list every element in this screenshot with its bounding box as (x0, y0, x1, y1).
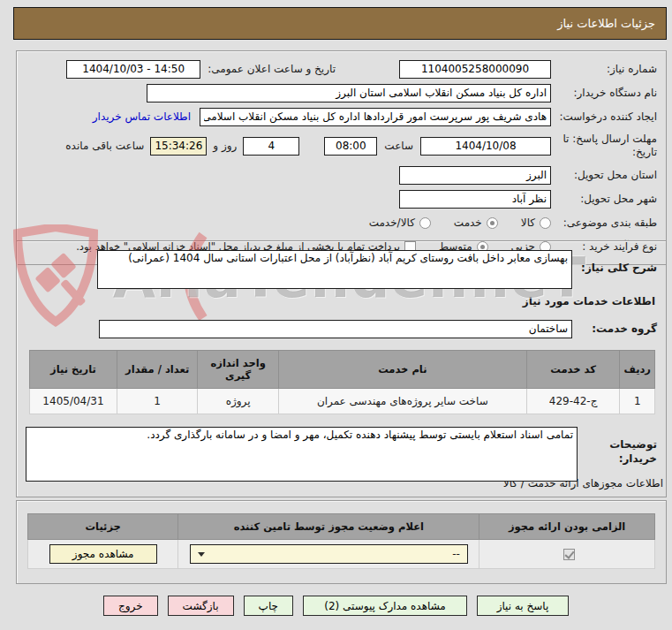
buyer-contact-link[interactable]: اطلاعات تماس خریدار (93, 110, 191, 123)
service-group-row: گروه خدمت: (26, 319, 657, 338)
col-row-index: ردیف (620, 351, 655, 389)
cell-service-name: ساخت سایر پروژه‌های مهندسی عمران (278, 389, 526, 414)
announce-label: تاریخ و ساعت اعلان عمومی: (208, 63, 336, 76)
view-license-button[interactable]: مشاهده مجوز (49, 544, 157, 564)
back-button[interactable]: بازگشت (168, 596, 234, 616)
classification-option-goods-service[interactable]: کالا/خدمت (369, 216, 431, 229)
buyer-notes-row: توضیحات خریدار: تمامی اسناد استعلام بایس… (26, 427, 657, 482)
deadline-row: مهلت ارسال پاسخ: تا تاریخ: ساعت روز و سا… (26, 131, 657, 161)
col-license-required: الزامی بودن ارائه مجوز (479, 514, 655, 540)
licenses-table: الزامی بودن ارائه مجوز اعلام وضعیت مجوز … (27, 513, 655, 569)
service-group-field[interactable] (99, 320, 572, 338)
need-desc-row: شرح کلی نیاز: بهسازی معابر داخل بافت روس… (26, 250, 657, 289)
col-need-date: تاریخ نیاز (30, 351, 117, 389)
city-row: شهر محل تحویل: (26, 189, 657, 209)
col-license-details: جزئیات (28, 514, 178, 540)
buyer-org-field[interactable] (147, 84, 551, 102)
buyer-org-label: نام دستگاه خریدار: (551, 87, 657, 100)
col-service-name: نام خدمت (278, 351, 526, 389)
deadline-time-field[interactable] (324, 137, 377, 156)
cell-unit: پروژه (198, 389, 279, 414)
chevron-down-icon (198, 552, 205, 557)
province-label: استان محل تحویل: (551, 169, 657, 182)
license-status-value: -- (452, 548, 460, 560)
need-details-page: { "header": { "title": "جزئیات اطلاعات ن… (0, 0, 672, 630)
license-table-row: -- مشاهده مجوز (28, 540, 655, 569)
need-number-row: شماره نیاز: تاریخ و ساعت اعلان عمومی: (26, 59, 657, 79)
cell-row-index: 1 (620, 389, 655, 414)
answer-need-button[interactable]: پاسخ به نیاز (477, 596, 569, 616)
remaining-days-label: روز و (213, 140, 237, 152)
remaining-suffix-label: ساعت باقی مانده (65, 140, 144, 152)
services-table-header-row: ردیف کد خدمت نام خدمت واحد اندازه گیری ت… (30, 351, 655, 389)
view-attachments-button[interactable]: مشاهده مدارک پیوستی (2) (303, 596, 467, 616)
classification-label: طبقه بندی موضوعی: (551, 216, 657, 230)
need-number-field[interactable] (399, 60, 551, 79)
services-table: ردیف کد خدمت نام خدمت واحد اندازه گیری ت… (29, 350, 655, 414)
cell-service-code: ج-42-429 (526, 389, 620, 414)
cell-license-details: مشاهده مجوز (28, 540, 178, 569)
city-field[interactable] (399, 190, 551, 209)
col-license-status: اعلام وضعیت مجوز توسط تامین کننده (178, 514, 479, 540)
buyer-notes-label: توضیحات خریدار: (578, 427, 657, 466)
footer-button-bar: پاسخ به نیاز مشاهده مدارک پیوستی (2) چاپ… (0, 596, 672, 616)
buyer-notes-textarea[interactable]: تمامی اسناد استعلام بایستی توسط پیشنهاد … (26, 427, 578, 482)
page-title-bar: جزئیات اطلاعات نیاز (13, 7, 667, 40)
need-desc-label: شرح کلی نیاز: (572, 250, 657, 275)
general-info-panel: شماره نیاز: تاریخ و ساعت اعلان عمومی: نا… (16, 50, 667, 265)
deadline-label: مهلت ارسال پاسخ: تا تاریخ: (551, 133, 657, 159)
page-title: جزئیات اطلاعات نیاز (557, 17, 655, 30)
cell-license-required (479, 540, 655, 569)
province-row: استان محل تحویل: (26, 165, 657, 185)
city-label: شهر محل تحویل: (551, 193, 657, 206)
services-panel: شرح کلی نیاز: بهسازی معابر داخل بافت روس… (16, 240, 667, 497)
creator-row: ایجاد کننده درخواست: اطلاعات تماس خریدار (26, 107, 657, 126)
col-service-code: کد خدمت (526, 351, 620, 389)
service-table-row: 1 ج-42-429 ساخت سایر پروژه‌های مهندسی عم… (30, 389, 655, 414)
need-number-label: شماره نیاز: (551, 63, 657, 76)
license-status-select[interactable]: -- (190, 544, 468, 564)
remaining-days-field[interactable] (243, 137, 299, 156)
hour-label: ساعت (384, 140, 413, 152)
classification-option-service[interactable]: خدمت (454, 216, 498, 229)
deadline-date-field[interactable] (420, 137, 551, 156)
cell-license-status: -- (178, 540, 479, 569)
services-heading: اطلاعات خدمات مورد نیاز (27, 294, 655, 308)
cell-quantity: 1 (117, 389, 198, 414)
licenses-panel: الزامی بودن ارائه مجوز اعلام وضعیت مجوز … (16, 500, 667, 584)
exit-button[interactable]: خروج (103, 596, 158, 616)
goods-service-radio[interactable] (419, 217, 431, 229)
service-group-label: گروه خدمت: (572, 322, 657, 336)
col-quantity: تعداد / مقدار (117, 351, 198, 389)
creator-label: ایجاد کننده درخواست: (551, 110, 657, 124)
classification-option-goods[interactable]: کالا (521, 216, 551, 229)
cell-need-date: 1405/04/31 (30, 389, 117, 414)
print-button[interactable]: چاپ (244, 596, 293, 616)
remaining-time-field[interactable] (150, 137, 207, 156)
col-unit: واحد اندازه گیری (198, 351, 279, 389)
goods-radio[interactable] (540, 217, 551, 229)
creator-field[interactable] (200, 108, 551, 126)
announce-datetime-field[interactable] (66, 60, 200, 79)
license-required-checkbox (563, 549, 575, 560)
need-desc-textarea[interactable]: بهسازی معابر داخل بافت روستای کریم آباد … (97, 250, 572, 289)
licenses-table-header-row: الزامی بودن ارائه مجوز اعلام وضعیت مجوز … (28, 514, 655, 540)
service-radio[interactable] (487, 217, 498, 229)
buyer-org-row: نام دستگاه خریدار: (26, 83, 657, 102)
province-field[interactable] (399, 166, 551, 185)
classification-row: طبقه بندی موضوعی: کالا خدمت کالا/خدمت (26, 213, 657, 232)
